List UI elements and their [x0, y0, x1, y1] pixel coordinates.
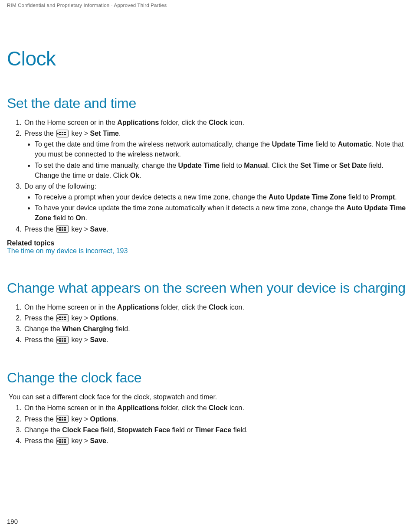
page-title: Clock [7, 47, 406, 70]
menu-key-icon [56, 437, 69, 445]
section3-step4: Press the key > Save. [23, 436, 406, 446]
section1-step2-bullets: To get the date and time from the wirele… [24, 139, 406, 180]
related-topic-link[interactable]: The time on my device is incorrect, 193 [7, 247, 406, 255]
text: Press the [24, 225, 56, 233]
text: icon. [228, 119, 244, 126]
bullet: To get the date and time from the wirele… [35, 139, 406, 159]
section2-step2: Press the key > Options. [23, 313, 406, 323]
when-charging-label: When Charging [62, 325, 113, 333]
text: . [106, 225, 108, 233]
prompt-label: Prompt [370, 193, 395, 201]
section2-step1: On the Home screen or in the Application… [23, 302, 406, 312]
text: To set the date and time manually, chang… [35, 162, 178, 169]
section2-step3: Change the When Charging field. [23, 324, 406, 334]
text: Press the [24, 415, 56, 423]
ok-label: Ok [130, 172, 139, 179]
text: field. [231, 426, 248, 434]
text: field to [346, 193, 370, 201]
text: . [395, 193, 397, 201]
section3-intro: You can set a different clock face for t… [9, 392, 406, 402]
text: On the Home screen or in the [24, 304, 117, 311]
text: field to [220, 162, 244, 169]
menu-key-icon [56, 225, 69, 233]
applications-label: Applications [117, 304, 159, 311]
confidential-header: RIM Confidential and Proprietary Informa… [7, 0, 406, 8]
timer-face-label: Timer Face [195, 426, 231, 434]
automatic-label: Automatic [338, 140, 371, 148]
section3-step2: Press the key > Options. [23, 414, 406, 424]
section-charging-heading: Change what appears on the screen when y… [7, 280, 406, 296]
text: key > [69, 130, 90, 137]
section2-steps: On the Home screen or in the Application… [7, 302, 406, 345]
options-label: Options [90, 415, 116, 423]
text: field to [313, 140, 338, 148]
text: To receive a prompt when your device det… [35, 193, 269, 201]
text: icon. [228, 404, 244, 411]
text: folder, click the [159, 119, 209, 126]
text: . [116, 314, 118, 322]
save-label: Save [90, 336, 106, 343]
text: field. [113, 325, 130, 333]
text: field, [99, 426, 118, 434]
applications-label: Applications [117, 404, 159, 411]
text: key > [69, 437, 90, 444]
section1-step1: On the Home screen or in the Application… [23, 117, 406, 127]
menu-key-icon [56, 415, 69, 423]
text: . [139, 172, 141, 179]
page-number: 190 [7, 518, 18, 525]
text: Press the [24, 336, 56, 343]
set-time-label: Set Time [300, 162, 329, 169]
manual-label: Manual [244, 162, 268, 169]
text: Press the [24, 314, 56, 322]
section-clock-face-heading: Change the clock face [7, 370, 406, 386]
section3-step3: Change the Clock Face field, Stopwatch F… [23, 425, 406, 435]
clock-label: Clock [209, 304, 228, 311]
text: . [85, 214, 87, 222]
section3-steps: On the Home screen or in the Application… [7, 403, 406, 446]
page: RIM Confidential and Proprietary Informa… [0, 0, 413, 532]
update-time-label: Update Time [272, 140, 314, 148]
section1-step4: Press the key > Save. [23, 224, 406, 234]
text: folder, click the [159, 304, 209, 311]
set-date-label: Set Date [339, 162, 367, 169]
section-set-date-time-heading: Set the date and time [7, 95, 406, 111]
stopwatch-face-label: Stopwatch Face [117, 426, 170, 434]
text: . [106, 336, 108, 343]
text: To get the date and time from the wirele… [35, 140, 272, 148]
save-label: Save [90, 225, 106, 233]
bullet: To set the date and time manually, chang… [35, 160, 406, 180]
text: or [329, 162, 339, 169]
menu-key-icon [56, 130, 69, 137]
section2-step4: Press the key > Save. [23, 335, 406, 345]
text: . [106, 437, 108, 444]
menu-key-icon [56, 314, 69, 322]
text: key > [69, 314, 90, 322]
applications-label: Applications [117, 119, 159, 126]
clock-label: Clock [209, 404, 228, 411]
section1-step2: Press the key > Set Time. To get the dat… [23, 128, 406, 180]
section3-step1: On the Home screen or in the Application… [23, 403, 406, 413]
menu-key-icon [56, 336, 69, 344]
text: . [119, 130, 121, 137]
section1-step3-bullets: To receive a prompt when your device det… [24, 192, 406, 223]
text: icon. [228, 304, 244, 311]
section1-steps: On the Home screen or in the Application… [7, 117, 406, 234]
text: Change the [24, 325, 62, 333]
clock-face-label: Clock Face [62, 426, 98, 434]
set-time-label: Set Time [90, 130, 119, 137]
text: Change the [24, 426, 62, 434]
text: Press the [24, 130, 56, 137]
text: On the Home screen or in the [24, 404, 117, 411]
section1-step3: Do any of the following: To receive a pr… [23, 181, 406, 223]
auto-update-tz-label: Auto Update Time Zone [269, 193, 346, 201]
bullet: To have your device update the time zone… [35, 203, 406, 223]
text: field to [51, 214, 75, 222]
text: . [116, 415, 118, 423]
text: field or [170, 426, 195, 434]
clock-label: Clock [209, 119, 228, 126]
text: . Click the [268, 162, 300, 169]
on-label: On [75, 214, 85, 222]
text: key > [69, 415, 90, 423]
text: On the Home screen or in the [24, 119, 117, 126]
text: key > [69, 336, 90, 343]
